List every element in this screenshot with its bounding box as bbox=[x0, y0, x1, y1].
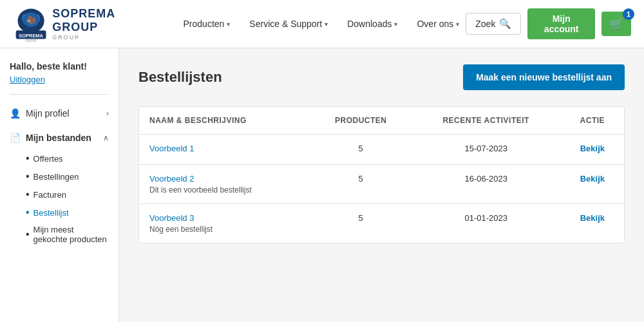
soprema-logo-icon: S SOPREMA GROUP 🦣 bbox=[13, 6, 49, 42]
nav-item-producten[interactable]: Producten ▾ bbox=[177, 14, 237, 34]
svg-text:🦣: 🦣 bbox=[26, 15, 37, 25]
table-header: NAAM & BESCHRIJVING PRODUCTEN RECENTE AC… bbox=[139, 107, 624, 135]
file-icon: 📄 bbox=[10, 133, 21, 143]
logo-text-group: GROUP bbox=[52, 34, 157, 41]
item-name-1[interactable]: Voorbeeld 1 bbox=[149, 144, 300, 153]
col-header-products: PRODUCTEN bbox=[310, 107, 412, 135]
item-name-2[interactable]: Voorbeeld 2 bbox=[149, 174, 300, 184]
sidebar-section-profiel: 👤 Mijn profiel › bbox=[10, 104, 109, 122]
sidebar-greeting: Hallo, beste klant! bbox=[10, 61, 109, 71]
table-cell-name-1: Voorbeeld 1 bbox=[139, 135, 310, 165]
sidebar-profiel-label: Mijn profiel bbox=[26, 108, 106, 118]
cart-badge: 1 bbox=[623, 8, 634, 20]
header: S SOPREMA GROUP 🦣 SOPREMA GROUP GROUP Pr… bbox=[0, 0, 644, 48]
bestellijsten-table-container: NAAM & BESCHRIJVING PRODUCTEN RECENTE AC… bbox=[138, 106, 625, 243]
svg-text:SOPREMA: SOPREMA bbox=[19, 32, 43, 38]
svg-text:GROUP: GROUP bbox=[26, 39, 37, 42]
bekijk-link-2[interactable]: Bekijk bbox=[580, 174, 605, 184]
table-cell-action-2: Bekijk bbox=[561, 165, 624, 204]
col-header-name: NAAM & BESCHRIJVING bbox=[139, 107, 310, 135]
col-header-action: ACTIE bbox=[561, 107, 624, 135]
sidebar-divider bbox=[10, 94, 109, 95]
table-cell-name-3: Voorbeeld 3 Nóg een bestellijst bbox=[139, 204, 310, 243]
chevron-down-icon: ▾ bbox=[227, 21, 230, 28]
main-layout: Hallo, beste klant! Uitloggen 👤 Mijn pro… bbox=[0, 48, 644, 322]
main-nav: Producten ▾ Service & Support ▾ Download… bbox=[177, 14, 466, 34]
sidebar-sub-items-bestanden: Offertes Bestellingen Facturen Bestellij… bbox=[10, 149, 109, 247]
sidebar-item-bestellingen[interactable]: Bestellingen bbox=[23, 167, 109, 185]
table-cell-action-3: Bekijk bbox=[561, 204, 624, 243]
logo-text-soprema: SOPREMA GROUP bbox=[52, 7, 157, 34]
logo[interactable]: S SOPREMA GROUP 🦣 SOPREMA GROUP GROUP bbox=[13, 6, 158, 42]
table-cell-activity-2: 16-06-2023 bbox=[412, 165, 561, 204]
table-cell-products-2: 5 bbox=[310, 165, 412, 204]
table-body: Voorbeeld 1 5 15-07-2023 Bekijk Voorbeel… bbox=[139, 135, 624, 243]
sidebar: Hallo, beste klant! Uitloggen 👤 Mijn pro… bbox=[0, 48, 119, 322]
item-desc-3: Nóg een bestellijst bbox=[149, 225, 300, 234]
table-row: Voorbeeld 2 Dit is een voorbeeld bestell… bbox=[139, 165, 624, 204]
sidebar-item-offertes[interactable]: Offertes bbox=[23, 149, 109, 167]
sidebar-section-header-profiel[interactable]: 👤 Mijn profiel › bbox=[10, 104, 109, 122]
search-icon: 🔍 bbox=[499, 18, 511, 30]
chevron-down-icon: ∧ bbox=[103, 133, 109, 142]
chevron-down-icon: ▾ bbox=[456, 21, 459, 28]
header-actions: Zoek 🔍 Mijn account 🛒 1 bbox=[466, 8, 631, 39]
nav-item-downloads[interactable]: Downloads ▾ bbox=[341, 14, 404, 34]
cart-container: 🛒 1 bbox=[601, 12, 631, 36]
table-cell-name-2: Voorbeeld 2 Dit is een voorbeeld bestell… bbox=[139, 165, 310, 204]
table-cell-action-1: Bekijk bbox=[561, 135, 624, 165]
sidebar-item-facturen[interactable]: Facturen bbox=[23, 185, 109, 204]
content-header: Bestellijsten Maak een nieuwe bestellijs… bbox=[138, 64, 625, 90]
chevron-down-icon: ▾ bbox=[325, 21, 328, 28]
sidebar-bestanden-label: Mijn bestanden bbox=[26, 133, 103, 143]
mijn-account-button[interactable]: Mijn account bbox=[527, 8, 595, 39]
sidebar-item-bestellijst[interactable]: Bestellijst bbox=[23, 204, 109, 222]
bekijk-link-3[interactable]: Bekijk bbox=[580, 213, 605, 223]
sidebar-item-meest-gekochte[interactable]: Mijn meest gekochte producten bbox=[23, 222, 109, 247]
table-row: Voorbeeld 3 Nóg een bestellijst 5 01-01-… bbox=[139, 204, 624, 243]
create-bestellijst-button[interactable]: Maak een nieuwe bestellijst aan bbox=[463, 64, 625, 90]
item-name-3[interactable]: Voorbeeld 3 bbox=[149, 213, 300, 223]
table-cell-products-3: 5 bbox=[310, 204, 412, 243]
table-cell-activity-1: 15-07-2023 bbox=[412, 135, 561, 165]
nav-item-service-support[interactable]: Service & Support ▾ bbox=[243, 14, 334, 34]
page-title: Bestellijsten bbox=[138, 69, 222, 86]
main-content: Bestellijsten Maak een nieuwe bestellijs… bbox=[119, 48, 644, 322]
user-icon: 👤 bbox=[10, 108, 21, 118]
bestellijsten-table: NAAM & BESCHRIJVING PRODUCTEN RECENTE AC… bbox=[139, 107, 624, 243]
table-cell-activity-3: 01-01-2023 bbox=[412, 204, 561, 243]
cart-icon: 🛒 bbox=[609, 17, 623, 31]
logout-link[interactable]: Uitloggen bbox=[10, 75, 45, 84]
sidebar-section-header-bestanden[interactable]: 📄 Mijn bestanden ∧ bbox=[10, 129, 109, 147]
sidebar-section-bestanden: 📄 Mijn bestanden ∧ Offertes Bestellingen… bbox=[10, 129, 109, 247]
search-button[interactable]: Zoek 🔍 bbox=[466, 13, 521, 35]
chevron-right-icon: › bbox=[106, 109, 109, 118]
table-cell-products-1: 5 bbox=[310, 135, 412, 165]
bekijk-link-1[interactable]: Bekijk bbox=[580, 144, 605, 153]
table-row: Voorbeeld 1 5 15-07-2023 Bekijk bbox=[139, 135, 624, 165]
search-label: Zoek bbox=[475, 19, 495, 29]
col-header-activity: RECENTE ACTIVITEIT bbox=[412, 107, 561, 135]
chevron-down-icon: ▾ bbox=[394, 21, 397, 28]
nav-item-over-ons[interactable]: Over ons ▾ bbox=[410, 14, 466, 34]
item-desc-2: Dit is een voorbeeld bestellijst bbox=[149, 185, 300, 194]
